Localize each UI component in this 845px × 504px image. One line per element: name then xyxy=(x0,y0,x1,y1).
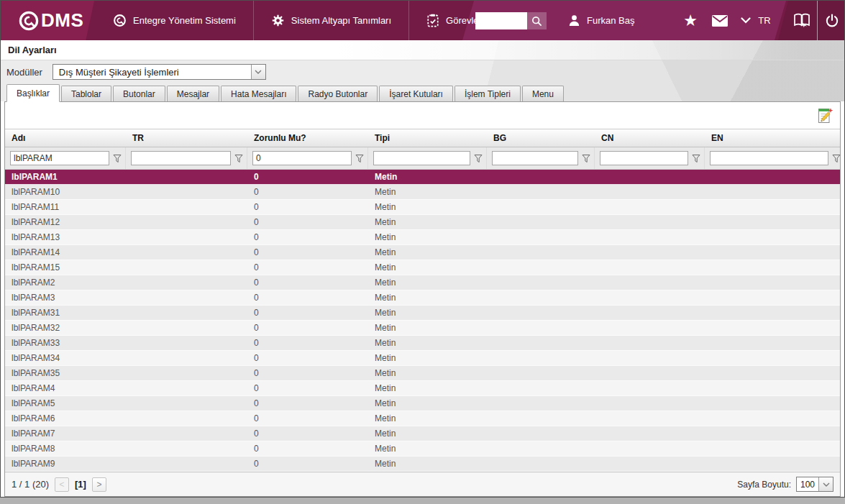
table-row[interactable]: lblPARAM2 0 Metin xyxy=(5,275,840,290)
menu-item-entegre-yonetim-sistemi[interactable]: Entegre Yönetim Sistemi xyxy=(96,1,254,40)
clipboard-check-icon xyxy=(426,14,439,27)
filter-input-adi[interactable] xyxy=(10,151,109,165)
filter-funnel-icon[interactable] xyxy=(355,152,365,164)
filter-funnel-icon[interactable] xyxy=(234,152,244,164)
column-header-bg[interactable]: BG xyxy=(487,129,595,147)
pagination-bar: 1 / 1 (20) < [1] > Sayfa Boyutu: 100 xyxy=(5,472,840,496)
filter-input-tipi[interactable] xyxy=(373,151,470,165)
filter-funnel-icon[interactable] xyxy=(831,152,841,164)
filter-funnel-icon[interactable] xyxy=(112,152,122,164)
qdms-logo[interactable]: DMS xyxy=(18,1,83,40)
tab[interactable]: Mesajlar xyxy=(167,86,219,101)
tab[interactable]: İşaret Kutuları xyxy=(379,86,453,101)
menu-item-sistem-altyapi-tanimlari[interactable]: Sistem Altyapı Tanımları xyxy=(254,1,409,40)
qdms-logo-icon xyxy=(18,10,40,32)
tab[interactable]: İşlem Tipleri xyxy=(455,86,521,101)
tab[interactable]: Tablolar xyxy=(61,86,111,101)
table-row[interactable]: lblPARAM6 0 Metin xyxy=(5,411,840,426)
logo-text: DMS xyxy=(41,9,83,32)
mail-icon xyxy=(711,14,728,27)
filter-input-cn[interactable] xyxy=(600,151,688,165)
star-icon: ★ xyxy=(683,12,698,30)
favorites-button[interactable]: ★ xyxy=(679,1,702,40)
current-page-indicator[interactable]: [1] xyxy=(75,479,86,490)
tab[interactable]: Hata Mesajları xyxy=(221,86,296,101)
table-row[interactable]: lblPARAM4 0 Metin xyxy=(5,381,840,396)
open-book-icon xyxy=(793,13,811,29)
filter-funnel-icon[interactable] xyxy=(473,152,483,164)
tab-bar: Başlıklar Tablolar Butonlar Mesajlar Hat… xyxy=(1,83,844,101)
page-size-value: 100 xyxy=(797,477,818,491)
user-name: Furkan Baş xyxy=(587,15,634,26)
search-input[interactable] xyxy=(475,12,527,29)
table-row[interactable]: lblPARAM3 0 Metin xyxy=(5,290,840,306)
column-header-adi[interactable]: Adı xyxy=(5,129,126,147)
column-header-tipi[interactable]: Tipi xyxy=(368,129,487,147)
column-header-en[interactable]: EN xyxy=(705,129,840,147)
chevron-down-icon xyxy=(741,17,751,24)
filter-funnel-icon[interactable] xyxy=(691,152,701,164)
filter-input-bg[interactable] xyxy=(492,151,578,165)
filter-input-en[interactable] xyxy=(710,151,828,165)
menu-label: Entegre Yönetim Sistemi xyxy=(133,15,236,26)
edit-note-icon xyxy=(816,106,834,125)
previous-page-button[interactable]: < xyxy=(55,477,69,492)
table-row[interactable]: lblPARAM34 0 Metin xyxy=(5,351,840,366)
filter-input-zorunlu[interactable] xyxy=(252,151,352,165)
logout-button[interactable] xyxy=(819,1,844,40)
language-code[interactable]: TR xyxy=(754,1,775,40)
grid-header-row: Adı TR Zorunlu Mu? Tipi BG CN EN xyxy=(5,129,840,147)
edit-record-button[interactable] xyxy=(815,106,835,126)
table-row[interactable]: lblPARAM11 0 Metin xyxy=(5,200,840,215)
help-guide-button[interactable] xyxy=(787,1,816,40)
filter-input-tr[interactable] xyxy=(131,151,231,165)
topbar-divider xyxy=(817,1,818,40)
chevron-down-icon[interactable] xyxy=(251,65,265,79)
main-menu: Entegre Yönetim Sistemi xyxy=(96,1,509,40)
page-size-label: Sayfa Boyutu: xyxy=(737,480,791,490)
page-header-strip: Dil Ayarları Modüller Dış Müşteri Şikaye… xyxy=(1,40,844,101)
global-search xyxy=(475,12,547,29)
user-menu[interactable]: Furkan Baş xyxy=(567,1,634,40)
messages-button[interactable] xyxy=(707,1,733,40)
table-row[interactable]: lblPARAM15 0 Metin xyxy=(5,260,840,275)
table-row[interactable]: lblPARAM31 0 Metin xyxy=(5,306,840,321)
tab[interactable]: Butonlar xyxy=(113,86,165,101)
module-selector-row: Modüller Dış Müşteri Şikayeti İşlemleri xyxy=(1,60,844,83)
table-row[interactable]: lblPARAM7 0 Metin xyxy=(5,426,840,441)
table-row[interactable]: lblPARAM14 0 Metin xyxy=(5,245,840,260)
search-button[interactable] xyxy=(527,12,547,29)
table-row[interactable]: lblPARAM10 0 Metin xyxy=(5,185,840,200)
modules-select[interactable]: Dış Müşteri Şikayeti İşlemleri xyxy=(52,64,266,80)
gear-icon xyxy=(271,14,285,27)
table-row[interactable]: lblPARAM12 0 Metin xyxy=(5,215,840,230)
filter-funnel-icon[interactable] xyxy=(581,152,591,164)
table-row[interactable]: lblPARAM33 0 Metin xyxy=(5,336,840,351)
tab[interactable]: Menu xyxy=(522,86,564,101)
table-row[interactable]: lblPARAM13 0 Metin xyxy=(5,230,840,245)
top-navigation-bar: DMS Entegre Yönetim Sistemi xyxy=(1,1,844,40)
menu-label: Sistem Altyapı Tanımları xyxy=(291,15,391,26)
search-icon xyxy=(531,16,542,27)
chevron-down-icon[interactable] xyxy=(818,477,833,491)
tab[interactable]: Radyo Butonlar xyxy=(298,86,378,101)
table-row[interactable]: lblPARAM32 0 Metin xyxy=(5,321,840,336)
modules-label: Modüller xyxy=(6,67,42,78)
tab[interactable]: Başlıklar xyxy=(6,84,60,102)
language-dropdown-button[interactable] xyxy=(739,1,753,40)
table-row[interactable]: lblPARAM1 0 Metin xyxy=(5,170,840,185)
table-row[interactable]: lblPARAM9 0 Metin xyxy=(5,457,840,472)
modules-select-value: Dış Müşteri Şikayeti İşlemleri xyxy=(53,65,251,79)
page-size-select[interactable]: 100 xyxy=(796,477,833,492)
next-page-button[interactable]: > xyxy=(92,477,106,492)
column-header-cn[interactable]: CN xyxy=(595,129,705,147)
grid-panel: Adı TR Zorunlu Mu? Tipi BG CN EN xyxy=(4,101,841,497)
column-header-tr[interactable]: TR xyxy=(126,129,247,147)
column-header-zorunlu-mu[interactable]: Zorunlu Mu? xyxy=(247,129,368,147)
grid-filter-row xyxy=(5,147,840,170)
table-row[interactable]: lblPARAM5 0 Metin xyxy=(5,396,840,411)
table-row[interactable]: lblPARAM35 0 Metin xyxy=(5,366,840,381)
page-title-row: Dil Ayarları xyxy=(1,40,844,60)
table-row[interactable]: lblPARAM8 0 Metin xyxy=(5,441,840,457)
person-icon xyxy=(567,14,581,27)
